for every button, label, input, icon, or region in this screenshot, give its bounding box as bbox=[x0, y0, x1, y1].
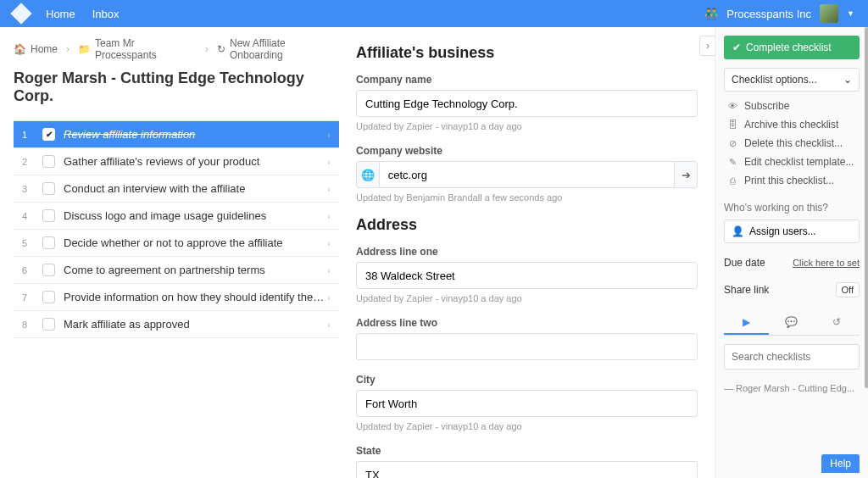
checklist-options-dropdown[interactable]: Checklist options...⌄ bbox=[724, 68, 860, 92]
task-list: 1 ✔ Review affiliate information ‹2 Gath… bbox=[14, 120, 339, 338]
breadcrumb-team[interactable]: 📁 Team Mr Processpants bbox=[78, 37, 197, 61]
assign-users-button[interactable]: 👤Assign users... bbox=[724, 220, 860, 243]
topbar-right: 👬 Processpants Inc ▼ bbox=[704, 4, 854, 23]
option-icon: ⎙ bbox=[727, 175, 738, 186]
chevron-right-icon: › bbox=[327, 265, 331, 275]
collapse-sidebar-button[interactable]: › bbox=[699, 36, 715, 56]
chevron-right-icon: › bbox=[327, 292, 331, 303]
addr2-label: Address line two bbox=[356, 317, 698, 329]
tab-play[interactable]: ▶ bbox=[724, 311, 769, 335]
city-input[interactable] bbox=[356, 390, 698, 417]
task-row[interactable]: 5 Decide whether or not to approve the a… bbox=[14, 230, 339, 257]
task-checkbox[interactable] bbox=[42, 209, 55, 222]
task-checkbox[interactable] bbox=[42, 264, 55, 276]
website-label: Company website bbox=[356, 145, 698, 157]
option-label: Subscribe bbox=[744, 100, 789, 112]
nav-inbox[interactable]: Inbox bbox=[92, 8, 120, 20]
city-label: City bbox=[356, 374, 698, 386]
task-checkbox[interactable] bbox=[42, 182, 55, 195]
scrollbar[interactable] bbox=[865, 27, 868, 388]
section-address: Address bbox=[356, 216, 698, 234]
breadcrumb: 🏠 Home › 📁 Team Mr Processpants › ↻ New … bbox=[14, 37, 339, 61]
option-icon: ✎ bbox=[727, 157, 738, 168]
task-number: 3 bbox=[22, 184, 34, 194]
task-label: Come to agreement on partnership terms bbox=[64, 264, 327, 276]
task-number: 1 bbox=[22, 130, 34, 140]
task-checkbox[interactable] bbox=[42, 318, 55, 331]
topbar: Home Inbox 👬 Processpants Inc ▼ bbox=[0, 0, 868, 27]
form-panel: › Affiliate's business Company name Upda… bbox=[339, 27, 715, 478]
left-panel: 🏠 Home › 📁 Team Mr Processpants › ↻ New … bbox=[0, 27, 339, 478]
globe-icon: 🌐 bbox=[356, 161, 380, 188]
activity-tabs: ▶ 💬 ↺ bbox=[724, 311, 860, 336]
tab-history[interactable]: ↺ bbox=[815, 311, 860, 335]
website-input[interactable] bbox=[380, 161, 675, 188]
task-checkbox[interactable]: ✔ bbox=[42, 128, 55, 141]
chevron-right-icon: › bbox=[327, 238, 331, 248]
chevron-right-icon: › bbox=[327, 157, 331, 167]
right-panel: ✔ Complete checklist Checklist options..… bbox=[715, 27, 868, 478]
chevron-left-icon: ‹ bbox=[327, 130, 331, 140]
option-icon: ⊘ bbox=[727, 138, 738, 149]
chevron-right-icon: › bbox=[327, 320, 331, 330]
search-checklists-input[interactable] bbox=[724, 344, 860, 370]
breadcrumb-template[interactable]: ↻ New Affiliate Onboarding bbox=[217, 37, 339, 61]
state-label: State bbox=[356, 445, 698, 457]
options-list: 👁Subscribe🗄Archive this checklist⊘Delete… bbox=[724, 97, 860, 190]
company-name-label: Company name bbox=[356, 74, 698, 86]
task-row[interactable]: 3 Conduct an interview with the affiliat… bbox=[14, 175, 339, 203]
task-label: Gather affiliate's reviews of your produ… bbox=[64, 155, 327, 168]
addr1-input[interactable] bbox=[356, 262, 698, 289]
task-number: 6 bbox=[22, 265, 34, 275]
task-checkbox[interactable] bbox=[42, 291, 55, 303]
section-business: Affiliate's business bbox=[356, 44, 698, 62]
recent-checklist-item[interactable]: — Roger Marsh - Cutting Edg... bbox=[724, 380, 860, 397]
due-date-label: Due date bbox=[724, 257, 765, 269]
task-checkbox[interactable] bbox=[42, 236, 55, 249]
task-label: Conduct an interview with the affiliate bbox=[64, 182, 327, 195]
company-name-input[interactable] bbox=[356, 90, 698, 117]
task-row[interactable]: 1 ✔ Review affiliate information ‹ bbox=[14, 121, 339, 148]
task-row[interactable]: 2 Gather affiliate's reviews of your pro… bbox=[14, 148, 339, 175]
option-item[interactable]: 🗄Archive this checklist bbox=[724, 115, 860, 134]
task-number: 4 bbox=[22, 211, 34, 221]
website-meta: Updated by Benjamin Brandall a few secon… bbox=[356, 192, 698, 203]
option-item[interactable]: 👁Subscribe bbox=[724, 97, 860, 115]
option-icon: 👁 bbox=[727, 101, 738, 111]
tab-comments[interactable]: 💬 bbox=[769, 311, 814, 335]
task-checkbox[interactable] bbox=[42, 155, 55, 168]
user-icon: 👤 bbox=[732, 225, 744, 237]
open-link-button[interactable]: ➔ bbox=[674, 161, 698, 188]
page-title: Roger Marsh - Cutting Edge Technology Co… bbox=[14, 69, 339, 105]
chevron-right-icon: › bbox=[205, 43, 209, 55]
topbar-left: Home Inbox bbox=[14, 6, 120, 21]
nav-home[interactable]: Home bbox=[46, 8, 75, 20]
addr2-input[interactable] bbox=[356, 333, 698, 360]
breadcrumb-home[interactable]: 🏠 Home bbox=[14, 43, 58, 55]
option-label: Edit checklist template... bbox=[744, 156, 854, 168]
task-label: Review affiliate information bbox=[64, 128, 327, 141]
set-due-date-link[interactable]: Click here to set bbox=[793, 258, 860, 268]
task-row[interactable]: 7 Provide information on how they should… bbox=[14, 284, 339, 311]
complete-checklist-button[interactable]: ✔ Complete checklist bbox=[724, 36, 860, 59]
logo-icon[interactable] bbox=[10, 3, 31, 24]
task-row[interactable]: 4 Discuss logo and image usage guideline… bbox=[14, 203, 339, 230]
option-item[interactable]: ⊘Delete this checklist... bbox=[724, 134, 860, 153]
avatar[interactable] bbox=[820, 4, 838, 23]
state-input[interactable] bbox=[356, 461, 698, 478]
option-label: Archive this checklist bbox=[744, 119, 838, 131]
org-name[interactable]: Processpants Inc bbox=[726, 8, 811, 20]
task-row[interactable]: 8 Mark affiliate as approved › bbox=[14, 311, 339, 338]
addr1-label: Address line one bbox=[356, 246, 698, 258]
task-row[interactable]: 6 Come to agreement on partnership terms… bbox=[14, 257, 339, 284]
task-number: 5 bbox=[22, 238, 34, 248]
task-label: Decide whether or not to approve the aff… bbox=[64, 236, 327, 249]
help-button[interactable]: Help bbox=[821, 454, 860, 473]
share-toggle[interactable]: Off bbox=[836, 282, 860, 297]
option-item[interactable]: ✎Edit checklist template... bbox=[724, 153, 860, 171]
chevron-right-icon: › bbox=[327, 184, 331, 194]
user-menu-caret[interactable]: ▼ bbox=[847, 9, 854, 18]
chevron-down-icon: ⌄ bbox=[843, 74, 852, 86]
option-label: Print this checklist... bbox=[744, 175, 834, 186]
option-item[interactable]: ⎙Print this checklist... bbox=[724, 171, 860, 190]
